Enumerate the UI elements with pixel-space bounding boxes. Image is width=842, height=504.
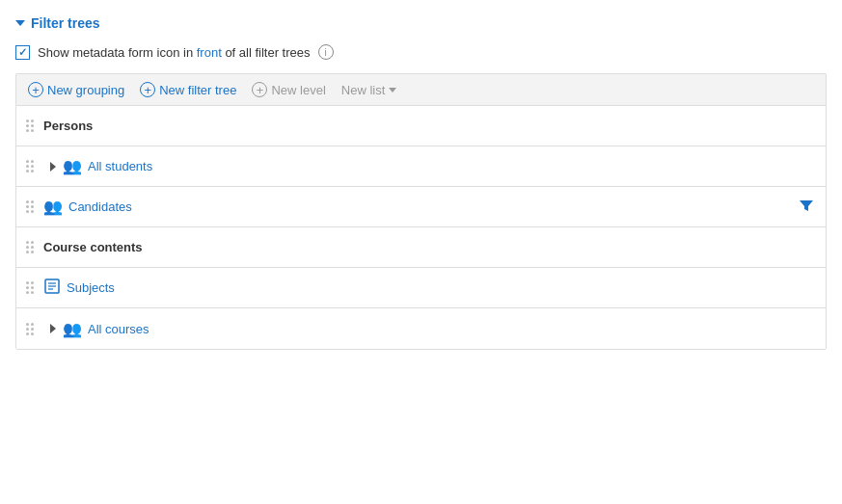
new-level-plus-icon: + [252, 82, 267, 97]
filter-action-button[interactable] [787, 198, 826, 216]
new-filter-tree-button[interactable]: + New filter tree [140, 80, 236, 99]
list-item: Course contents [16, 227, 826, 268]
new-list-caret-icon [389, 88, 396, 93]
filter-trees-section: Filter trees Show metadata form icon in … [15, 15, 827, 350]
subjects-icon [43, 278, 61, 295]
chevron-right-icon [50, 324, 56, 333]
new-grouping-plus-icon: + [28, 82, 43, 97]
drag-handle[interactable] [16, 227, 43, 267]
info-icon[interactable]: i [318, 44, 334, 60]
new-level-label: New level [271, 83, 325, 97]
list-item: Subjects [16, 268, 826, 308]
list-item: 👥 Candidates [16, 187, 826, 227]
list-item: Persons [16, 106, 826, 146]
section-collapse-icon [15, 20, 25, 26]
drag-dots-icon [26, 200, 34, 213]
filter-icon [799, 198, 814, 213]
metadata-checkbox[interactable] [15, 45, 30, 60]
item-group-icon: 👥 [63, 320, 82, 338]
drag-handle[interactable] [16, 146, 43, 186]
metadata-row: Show metadata form icon in front of all … [15, 44, 827, 60]
drag-dots-icon [26, 160, 34, 172]
item-expand-button[interactable] [43, 162, 63, 172]
items-list: Persons 👥 All students 👥 Candidat [15, 105, 827, 350]
drag-dots-icon [26, 323, 34, 335]
new-grouping-label: New grouping [47, 83, 124, 97]
item-label[interactable]: Candidates [68, 190, 787, 224]
drag-handle[interactable] [16, 268, 43, 307]
item-group-icon: 👥 [63, 157, 82, 175]
new-list-button[interactable]: New list [341, 81, 397, 99]
item-label[interactable]: All students [88, 149, 826, 183]
drag-dots-icon [26, 119, 34, 132]
new-filter-tree-label: New filter tree [159, 83, 236, 97]
item-label: Persons [43, 109, 826, 143]
drag-dots-icon [26, 281, 34, 294]
new-filter-tree-plus-icon: + [140, 82, 155, 97]
chevron-right-icon [50, 162, 56, 172]
drag-dots-icon [26, 241, 34, 253]
drag-handle[interactable] [16, 308, 43, 349]
item-expand-button[interactable] [43, 324, 63, 333]
list-item: 👥 All students [16, 146, 826, 187]
section-header[interactable]: Filter trees [15, 15, 827, 31]
item-label[interactable]: All courses [88, 312, 826, 346]
item-subject-icon [43, 278, 61, 299]
item-label: Course contents [43, 230, 826, 264]
toolbar: + New grouping + New filter tree + New l… [15, 73, 827, 105]
drag-handle[interactable] [16, 106, 43, 146]
item-group-icon: 👥 [43, 198, 63, 216]
metadata-label: Show metadata form icon in front of all … [38, 45, 311, 60]
new-level-button[interactable]: + New level [252, 80, 325, 99]
item-label[interactable]: Subjects [67, 271, 826, 305]
list-item: 👥 All courses [16, 308, 826, 349]
drag-handle[interactable] [16, 187, 43, 226]
section-title: Filter trees [31, 15, 100, 31]
new-grouping-button[interactable]: + New grouping [28, 80, 124, 99]
new-list-label: New list [341, 83, 386, 97]
